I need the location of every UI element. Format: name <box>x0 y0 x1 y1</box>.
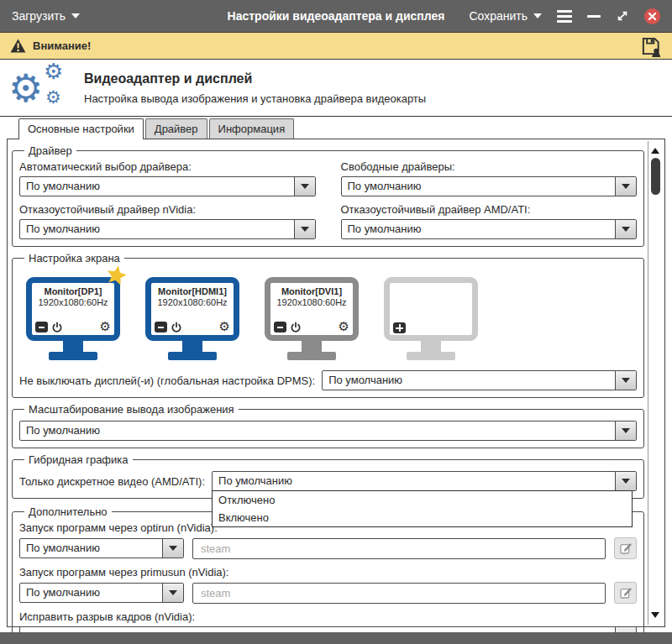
auto-driver-label: Автоматический выбор драйвера: <box>19 160 316 173</box>
monitor-settings-icon[interactable]: ⚙ <box>219 321 230 333</box>
monitor-hdmi1[interactable]: Monitor[HDMI1] 1920x1080:60Hz ⚙ <box>145 277 239 360</box>
tearfree-label: Исправить разрыв кадров (nVidia): <box>19 610 637 623</box>
dropdown-option-disabled[interactable]: Отключено <box>213 491 632 509</box>
save-menu-label: Сохранить <box>469 9 528 23</box>
extra-section-legend: Дополнительно <box>24 505 112 518</box>
chevron-down-icon <box>162 584 183 602</box>
auto-driver-select[interactable]: По умолчанию <box>19 176 316 196</box>
primusun-command-input[interactable] <box>192 583 606 604</box>
hybrid-section-legend: Гибридная графика <box>24 453 133 466</box>
tab-main-settings[interactable]: Основные настройки <box>18 118 144 139</box>
dpms-select[interactable]: По умолчанию <box>322 370 637 390</box>
chevron-down-icon <box>162 539 183 558</box>
minimize-icon[interactable] <box>587 15 601 18</box>
close-icon[interactable] <box>644 8 660 24</box>
warning-triangle-icon <box>10 39 26 53</box>
monitor-empty-slot[interactable] <box>384 277 478 360</box>
discrete-video-dropdown: Отключено Включено <box>212 490 633 527</box>
tab-bar: Основные настройки Драйвер Информация <box>0 117 672 139</box>
module-header: ⚙ ⚙ ⚙ Видеоадаптер и дисплей Настройка в… <box>0 60 672 117</box>
scaling-section: Масштабирование вывода изображения По ум… <box>12 403 644 448</box>
chevron-down-icon <box>615 177 636 196</box>
tab-driver[interactable]: Драйвер <box>145 118 207 139</box>
monitor-settings-icon[interactable]: ⚙ <box>100 321 111 333</box>
monitor-add-icon[interactable] <box>393 322 406 333</box>
load-menu-label: Загрузить <box>12 9 66 23</box>
dpms-label: Не выключать дисплей(-и) (глобальная нас… <box>19 374 315 387</box>
optirun-select[interactable]: По умолчанию <box>19 538 184 558</box>
page-title: Видеоадаптер и дисплей <box>84 71 426 86</box>
failsafe-amd-label: Отказоустойчивый драйвер AMD/ATI: <box>341 203 638 216</box>
hamburger-menu-icon[interactable] <box>557 10 572 23</box>
tab-information[interactable]: Информация <box>209 118 295 139</box>
primusun-edit-button[interactable] <box>614 582 637 604</box>
chevron-down-icon <box>294 220 315 238</box>
load-menu-button[interactable]: Загрузить <box>12 9 80 23</box>
failsafe-nvidia-label: Отказоустойчивый драйвер nVidia: <box>19 203 316 216</box>
power-icon[interactable] <box>290 322 302 333</box>
scrollbar-thumb[interactable] <box>651 158 660 195</box>
gears-icon: ⚙ ⚙ ⚙ <box>8 62 71 114</box>
save-as-user-icon[interactable] <box>640 35 662 57</box>
discrete-video-label: Только дискретное видео (AMD/ATI): <box>19 475 205 488</box>
vertical-scrollbar[interactable] <box>648 141 662 625</box>
primusun-select[interactable]: По умолчанию <box>19 583 184 603</box>
chevron-down-icon <box>615 421 636 440</box>
driver-section-legend: Драйвер <box>24 144 76 157</box>
monitor-settings-icon[interactable]: ⚙ <box>339 321 349 333</box>
window-bottom-bar <box>0 632 672 644</box>
chevron-down-icon <box>615 220 636 238</box>
titlebar: Настройки видеоадаптера и дисплея Загруз… <box>0 0 672 32</box>
failsafe-nvidia-select[interactable]: По умолчанию <box>19 219 316 239</box>
screen-section: Настройка экрана Monitor[DP1] 1920x1080:… <box>12 252 644 398</box>
tab-content: Драйвер Автоматический выбор драйвера: П… <box>7 139 665 627</box>
hybrid-section: Гибридная графика Только дискретное виде… <box>12 453 644 499</box>
monitor-dp1[interactable]: Monitor[DP1] 1920x1080:60Hz ⚙ <box>26 277 120 360</box>
monitor-row: Monitor[DP1] 1920x1080:60Hz ⚙ <box>19 264 637 362</box>
free-drivers-select[interactable]: По умолчанию <box>341 176 638 196</box>
page-subtitle: Настройка вывода изображения и установка… <box>84 92 426 105</box>
scaling-section-legend: Масштабирование вывода изображения <box>24 403 239 416</box>
chevron-down-icon <box>533 13 542 23</box>
power-icon[interactable] <box>51 322 63 333</box>
monitor-disable-icon[interactable] <box>274 322 286 332</box>
driver-section: Драйвер Автоматический выбор драйвера: П… <box>12 144 644 247</box>
free-drivers-label: Свободные драйверы: <box>341 160 638 173</box>
monitor-dvi1[interactable]: Monitor[DVI1] 1920x1080:60Hz ⚙ <box>265 277 359 360</box>
optirun-edit-button[interactable] <box>614 537 637 559</box>
chevron-down-icon <box>71 13 80 23</box>
maximize-icon[interactable] <box>616 9 629 23</box>
power-icon[interactable] <box>171 322 182 333</box>
optirun-command-input[interactable] <box>192 538 606 559</box>
warning-bar: Внимание! <box>0 32 672 60</box>
chevron-down-icon <box>615 472 636 490</box>
chevron-down-icon <box>294 177 315 196</box>
discrete-video-select[interactable]: По умолчанию <box>212 471 637 491</box>
chevron-down-icon <box>615 371 636 390</box>
scroll-down-icon[interactable] <box>648 608 662 622</box>
failsafe-amd-select[interactable]: По умолчанию <box>341 219 638 239</box>
pencil-icon <box>619 542 633 555</box>
pencil-icon <box>619 586 633 599</box>
scaling-select[interactable]: По умолчанию <box>19 421 637 441</box>
dropdown-option-enabled[interactable]: Включено <box>213 509 632 526</box>
primusun-label: Запуск программ через primusun (nVidia): <box>19 566 637 579</box>
save-menu-button[interactable]: Сохранить <box>469 9 542 23</box>
warning-label: Внимание! <box>33 39 91 52</box>
primary-star-icon <box>101 261 131 294</box>
monitor-disable-icon[interactable] <box>155 322 167 332</box>
monitor-disable-icon[interactable] <box>35 322 48 332</box>
scroll-up-icon[interactable] <box>648 144 662 158</box>
